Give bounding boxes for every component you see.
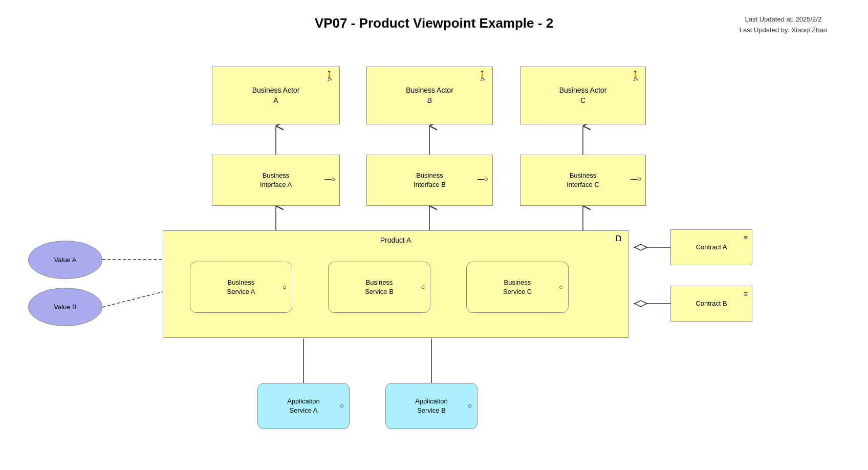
bs-c-label: BusinessService C bbox=[503, 278, 532, 296]
bi-c-label: BusinessInterface C bbox=[567, 171, 599, 189]
page-title: VP07 - Product Viewpoint Example - 2 bbox=[315, 15, 553, 31]
updated-at: Last Updated at: 2025/2/2 bbox=[740, 14, 827, 25]
value-b-label: Value B bbox=[54, 303, 77, 311]
product-icon: 🗋 bbox=[615, 234, 623, 243]
product-a: Product A 🗋 BusinessService A ○ Business… bbox=[163, 230, 628, 338]
business-interface-b: BusinessInterface B —○ bbox=[366, 155, 493, 206]
interface-icon-b: —○ bbox=[478, 175, 488, 184]
as-a-label: ApplicationService A bbox=[287, 397, 320, 415]
app-service-icon-b: ○ bbox=[468, 401, 472, 411]
app-service-a: ApplicationService A ○ bbox=[257, 383, 350, 429]
business-actor-b-label: Business ActorB bbox=[406, 86, 453, 105]
business-actor-a: Business ActorA 🚶 bbox=[212, 67, 340, 124]
business-actor-c: Business ActorC 🚶 bbox=[520, 67, 646, 124]
actor-icon-a: 🚶 bbox=[324, 70, 335, 82]
contract-a-label: Contract A bbox=[696, 243, 727, 252]
contract-b-label: Contract B bbox=[696, 299, 727, 308]
value-a-label: Value A bbox=[54, 256, 77, 264]
bi-a-label: BusinessInterface A bbox=[260, 171, 292, 189]
contract-icon-b: ≡ bbox=[744, 289, 748, 300]
svg-line-15 bbox=[102, 292, 163, 307]
as-b-label: ApplicationService B bbox=[415, 397, 448, 415]
service-icon-a: ○ bbox=[283, 283, 287, 292]
interface-icon-a: —○ bbox=[324, 175, 335, 184]
business-service-b: BusinessService B ○ bbox=[328, 262, 430, 313]
bs-a-label: BusinessService A bbox=[227, 278, 255, 296]
business-interface-a: BusinessInterface A —○ bbox=[212, 155, 340, 206]
bi-b-label: BusinessInterface B bbox=[414, 171, 446, 189]
business-actor-b: Business ActorB 🚶 bbox=[366, 67, 493, 124]
contract-icon-a: ≡ bbox=[744, 233, 748, 243]
bs-b-label: BusinessService B bbox=[365, 278, 394, 296]
value-a: Value A bbox=[28, 241, 102, 279]
svg-marker-13 bbox=[635, 301, 647, 307]
business-service-a: BusinessService A ○ bbox=[190, 262, 292, 313]
app-service-b: ApplicationService B ○ bbox=[385, 383, 478, 429]
value-b: Value B bbox=[28, 288, 102, 326]
app-service-icon-a: ○ bbox=[340, 401, 344, 411]
meta-info: Last Updated at: 2025/2/2 Last Updated b… bbox=[740, 14, 827, 36]
contract-b: Contract B ≡ bbox=[670, 286, 752, 322]
updated-by: Last Updated by: Xiaoqi Zhao bbox=[740, 25, 827, 36]
svg-marker-11 bbox=[635, 244, 647, 250]
business-interface-c: BusinessInterface C —○ bbox=[520, 155, 646, 206]
business-actor-a-label: Business ActorA bbox=[252, 86, 300, 105]
business-service-c: BusinessService C ○ bbox=[466, 262, 569, 313]
business-actor-c-label: Business ActorC bbox=[559, 86, 607, 105]
contract-a: Contract A ≡ bbox=[670, 229, 752, 265]
interface-icon-c: —○ bbox=[631, 175, 641, 184]
actor-icon-c: 🚶 bbox=[630, 70, 641, 82]
service-icon-c: ○ bbox=[559, 283, 563, 292]
product-label: Product A bbox=[380, 236, 411, 244]
service-icon-b: ○ bbox=[421, 283, 425, 292]
actor-icon-b: 🚶 bbox=[477, 70, 488, 82]
